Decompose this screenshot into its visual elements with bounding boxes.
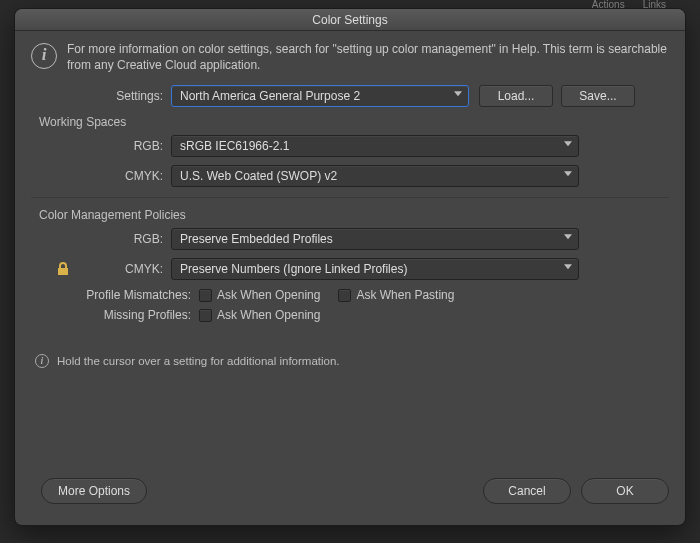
mismatch-label: Profile Mismatches:: [31, 288, 199, 302]
chevron-down-icon: [564, 172, 572, 180]
ws-cmyk-select[interactable]: U.S. Web Coated (SWOP) v2: [171, 165, 579, 187]
settings-label: Settings:: [31, 89, 171, 103]
info-icon: [35, 354, 49, 368]
pol-rgb-select[interactable]: Preserve Embedded Profiles: [171, 228, 579, 250]
ws-rgb-select[interactable]: sRGB IEC61966-2.1: [171, 135, 579, 157]
mismatch-paste-checkbox[interactable]: Ask When Pasting: [338, 288, 454, 302]
missing-open-checkbox[interactable]: Ask When Opening: [199, 308, 320, 322]
missing-label: Missing Profiles:: [31, 308, 199, 322]
policies-title: Color Management Policies: [39, 208, 669, 222]
divider: [31, 197, 669, 198]
mismatch-open-text: Ask When Opening: [217, 288, 320, 302]
chevron-down-icon: [564, 235, 572, 243]
more-options-button[interactable]: More Options: [41, 478, 147, 504]
hint-text: Hold the cursor over a setting for addit…: [57, 355, 340, 367]
pol-rgb-value: Preserve Embedded Profiles: [180, 232, 333, 246]
ws-cmyk-value: U.S. Web Coated (SWOP) v2: [180, 169, 337, 183]
pol-cmyk-value: Preserve Numbers (Ignore Linked Profiles…: [180, 262, 407, 276]
ws-rgb-label: RGB:: [31, 139, 171, 153]
dialog-title: Color Settings: [15, 9, 685, 31]
pol-cmyk-select[interactable]: Preserve Numbers (Ignore Linked Profiles…: [171, 258, 579, 280]
mismatch-open-checkbox[interactable]: Ask When Opening: [199, 288, 320, 302]
settings-select[interactable]: North America General Purpose 2: [171, 85, 469, 107]
pol-rgb-label: RGB:: [31, 232, 171, 246]
checkbox-icon: [199, 289, 212, 302]
info-text: For more information on color settings, …: [67, 41, 669, 73]
pol-cmyk-label: CMYK:: [31, 262, 171, 276]
working-spaces-title: Working Spaces: [39, 115, 669, 129]
chevron-down-icon: [454, 92, 462, 100]
ws-cmyk-label: CMYK:: [31, 169, 171, 183]
color-settings-dialog: Color Settings For more information on c…: [14, 8, 686, 526]
checkbox-icon: [338, 289, 351, 302]
cancel-button[interactable]: Cancel: [483, 478, 571, 504]
ws-rgb-value: sRGB IEC61966-2.1: [180, 139, 289, 153]
checkbox-icon: [199, 309, 212, 322]
lock-icon: [55, 261, 71, 277]
save-button[interactable]: Save...: [561, 85, 635, 107]
missing-open-text: Ask When Opening: [217, 308, 320, 322]
chevron-down-icon: [564, 142, 572, 150]
load-button[interactable]: Load...: [479, 85, 553, 107]
ok-button[interactable]: OK: [581, 478, 669, 504]
info-icon: [31, 43, 57, 69]
mismatch-paste-text: Ask When Pasting: [356, 288, 454, 302]
settings-value: North America General Purpose 2: [180, 89, 360, 103]
chevron-down-icon: [564, 265, 572, 273]
